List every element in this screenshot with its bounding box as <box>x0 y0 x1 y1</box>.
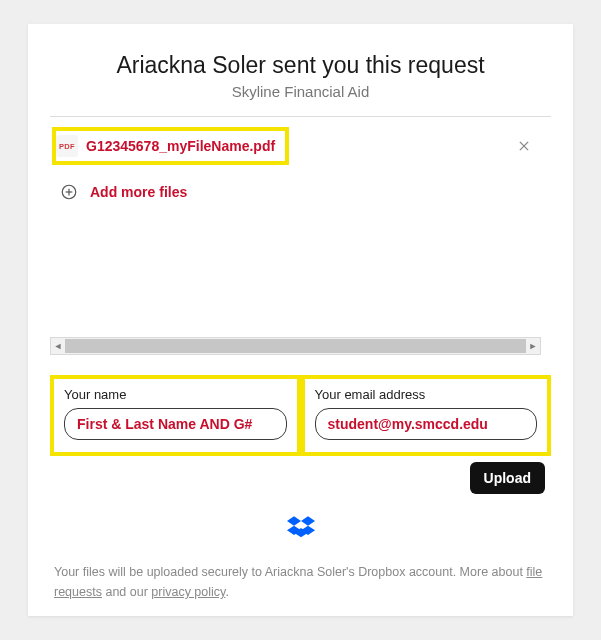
upload-row: Upload <box>50 462 551 494</box>
svg-marker-5 <box>287 516 301 525</box>
page-title: Ariackna Soler sent you this request <box>50 52 551 79</box>
file-highlight: PDF G12345678_myFileName.pdf <box>52 127 289 165</box>
close-icon[interactable] <box>513 135 535 157</box>
email-label: Your email address <box>315 387 538 402</box>
email-field-wrap: Your email address <box>301 375 552 456</box>
add-more-label: Add more files <box>90 184 187 200</box>
upload-button[interactable]: Upload <box>470 462 545 494</box>
scroll-left-arrow-icon[interactable]: ◄ <box>52 338 64 354</box>
add-more-files[interactable]: Add more files <box>50 175 539 209</box>
dropbox-icon <box>287 516 315 544</box>
plus-circle-icon <box>60 183 78 201</box>
file-area: PDF G12345678_myFileName.pdf Add more fi… <box>50 116 551 355</box>
scroll-right-arrow-icon[interactable]: ► <box>527 338 539 354</box>
name-field-wrap: Your name <box>50 375 301 456</box>
file-list: PDF G12345678_myFileName.pdf Add more fi… <box>50 117 541 337</box>
pdf-icon: PDF <box>56 135 78 157</box>
footer-post: . <box>225 585 228 599</box>
name-label: Your name <box>64 387 287 402</box>
privacy-policy-link[interactable]: privacy policy <box>151 585 225 599</box>
footer-pre: Your files will be uploaded securely to … <box>54 565 526 579</box>
email-input[interactable] <box>315 408 538 440</box>
page-subtitle: Skyline Financial Aid <box>50 83 551 100</box>
logo-row <box>50 516 551 544</box>
name-input[interactable] <box>64 408 287 440</box>
file-row: PDF G12345678_myFileName.pdf <box>50 117 539 175</box>
footer-text: Your files will be uploaded securely to … <box>50 562 551 602</box>
form-row: Your name Your email address <box>50 375 551 456</box>
footer-mid: and our <box>102 585 151 599</box>
scrollbar-thumb[interactable] <box>65 339 526 353</box>
svg-marker-6 <box>301 516 315 525</box>
upload-card: Ariackna Soler sent you this request Sky… <box>28 24 573 616</box>
file-name: G12345678_myFileName.pdf <box>86 138 275 154</box>
horizontal-scrollbar[interactable]: ◄ ► <box>50 337 541 355</box>
